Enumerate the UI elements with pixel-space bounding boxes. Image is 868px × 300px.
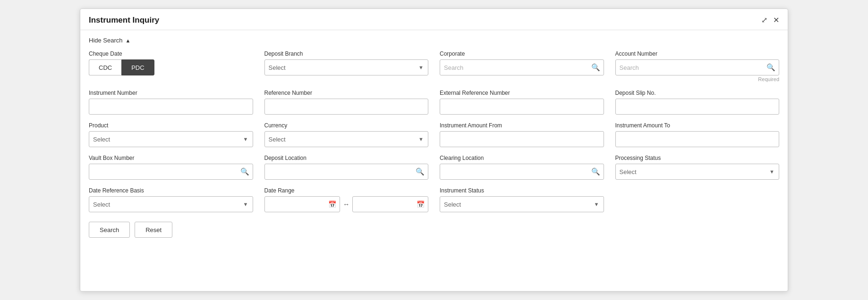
clearing-location-search-wrapper: 🔍 <box>440 164 604 180</box>
clearing-location-label: Clearing Location <box>440 155 604 161</box>
instrument-amount-to-group: Instrument Amount To <box>615 122 780 147</box>
corporate-group: Corporate 🔍 <box>440 50 604 82</box>
instrument-number-label: Instrument Number <box>89 90 253 96</box>
cheque-date-group: Cheque Date CDC PDC <box>89 50 253 82</box>
date-range-to-wrapper: 📅 <box>352 196 428 212</box>
date-range-inputs: 📅 ↔ 📅 <box>264 196 429 212</box>
date-range-to-input[interactable] <box>352 196 428 212</box>
product-select[interactable]: Select <box>89 131 253 147</box>
processing-status-label: Processing Status <box>615 155 780 161</box>
cdc-button[interactable]: CDC <box>89 59 121 75</box>
date-reference-basis-select[interactable]: Select <box>89 196 253 212</box>
reference-number-group: Reference Number <box>264 90 429 115</box>
account-number-label: Account Number <box>615 50 780 57</box>
close-icon[interactable]: ✕ <box>773 17 779 24</box>
deposit-branch-label: Deposit Branch <box>264 50 429 57</box>
deposit-location-group: Deposit Location 🔍 <box>264 155 429 180</box>
hide-search-arrow-icon: ▲ <box>126 38 131 43</box>
deposit-location-label: Deposit Location <box>264 155 429 161</box>
search-button[interactable]: Search <box>89 222 130 238</box>
date-reference-basis-group: Date Reference Basis Select ▼ <box>89 187 253 212</box>
account-number-group: Account Number 🔍 Required <box>615 50 780 82</box>
corporate-search-wrapper: 🔍 <box>440 59 604 75</box>
currency-select[interactable]: Select <box>264 131 429 147</box>
deposit-branch-select-wrapper: Select ▼ <box>264 59 429 75</box>
date-range-group: Date Range 📅 ↔ 📅 <box>264 187 429 212</box>
account-number-required: Required <box>615 76 780 82</box>
modal-body: Hide Search ▲ Cheque Date CDC PDC Deposi… <box>80 30 788 247</box>
account-number-input[interactable] <box>615 59 780 75</box>
modal-title: Instrument Inquiry <box>89 16 159 25</box>
external-reference-number-label: External Reference Number <box>440 90 604 96</box>
vault-box-search-wrapper: 🔍 <box>89 164 253 180</box>
deposit-slip-no-label: Deposit Slip No. <box>615 90 780 96</box>
expand-icon[interactable]: ⤢ <box>761 17 767 24</box>
currency-select-wrapper: Select ▼ <box>264 131 429 147</box>
date-reference-basis-select-wrapper: Select ▼ <box>89 196 253 212</box>
vault-box-number-input[interactable] <box>89 164 253 180</box>
external-reference-number-input[interactable] <box>440 99 604 115</box>
deposit-slip-no-group: Deposit Slip No. <box>615 90 780 115</box>
vault-box-number-label: Vault Box Number <box>89 155 253 161</box>
modal-header-actions: ⤢ ✕ <box>761 17 779 24</box>
pdc-button[interactable]: PDC <box>121 59 154 75</box>
account-number-search-wrapper: 🔍 <box>615 59 780 75</box>
clearing-location-group: Clearing Location 🔍 <box>440 155 604 180</box>
deposit-branch-select[interactable]: Select <box>264 59 429 75</box>
instrument-amount-from-label: Instrument Amount From <box>440 122 604 129</box>
deposit-location-input[interactable] <box>264 164 429 180</box>
currency-group: Currency Select ▼ <box>264 122 429 147</box>
instrument-amount-to-label: Instrument Amount To <box>615 122 780 129</box>
instrument-amount-from-group: Instrument Amount From <box>440 122 604 147</box>
reset-button[interactable]: Reset <box>135 222 172 238</box>
corporate-label: Corporate <box>440 50 604 57</box>
instrument-status-group: Instrument Status Select ▼ <box>440 187 604 212</box>
hide-search-label: Hide Search <box>89 37 123 44</box>
date-range-label: Date Range <box>264 187 429 194</box>
reference-number-input[interactable] <box>264 99 429 115</box>
instrument-status-select[interactable]: Select <box>440 196 604 212</box>
instrument-amount-to-input[interactable] <box>615 131 780 147</box>
modal-header: Instrument Inquiry ⤢ ✕ <box>80 9 788 30</box>
corporate-search-input[interactable] <box>440 59 604 75</box>
processing-status-select[interactable]: Select <box>615 164 780 180</box>
instrument-number-group: Instrument Number <box>89 90 253 115</box>
external-reference-number-group: External Reference Number <box>440 90 604 115</box>
cheque-date-buttons: CDC PDC <box>89 59 253 75</box>
vault-box-number-group: Vault Box Number 🔍 <box>89 155 253 180</box>
instrument-number-input[interactable] <box>89 99 253 115</box>
product-group: Product Select ▼ <box>89 122 253 147</box>
processing-status-select-wrapper: Select ▼ <box>615 164 780 180</box>
deposit-branch-group: Deposit Branch Select ▼ <box>264 50 429 82</box>
instrument-inquiry-modal: Instrument Inquiry ⤢ ✕ Hide Search ▲ Che… <box>80 8 788 292</box>
deposit-slip-no-input[interactable] <box>615 99 780 115</box>
instrument-status-label: Instrument Status <box>440 187 604 194</box>
date-reference-basis-label: Date Reference Basis <box>89 187 253 194</box>
instrument-status-select-wrapper: Select ▼ <box>440 196 604 212</box>
cheque-date-label: Cheque Date <box>89 50 253 57</box>
product-select-wrapper: Select ▼ <box>89 131 253 147</box>
reference-number-label: Reference Number <box>264 90 429 96</box>
processing-status-group: Processing Status Select ▼ <box>615 155 780 180</box>
date-range-from-wrapper: 📅 <box>264 196 340 212</box>
date-range-separator-icon: ↔ <box>342 200 350 208</box>
instrument-amount-from-input[interactable] <box>440 131 604 147</box>
clearing-location-input[interactable] <box>440 164 604 180</box>
footer-buttons: Search Reset <box>89 222 779 238</box>
deposit-location-search-wrapper: 🔍 <box>264 164 429 180</box>
date-range-from-input[interactable] <box>264 196 340 212</box>
form-grid: Cheque Date CDC PDC Deposit Branch Selec… <box>89 50 779 212</box>
currency-label: Currency <box>264 122 429 129</box>
hide-search-toggle[interactable]: Hide Search ▲ <box>89 37 779 44</box>
product-label: Product <box>89 122 253 129</box>
